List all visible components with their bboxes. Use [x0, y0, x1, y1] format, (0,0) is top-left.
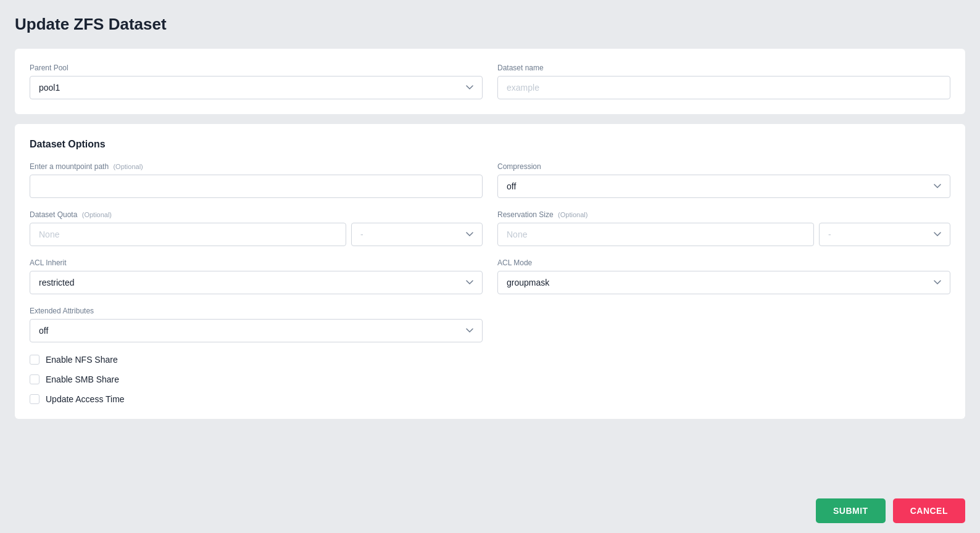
acl-mode-label: ACL Mode: [497, 258, 950, 267]
dataset-name-label: Dataset name: [497, 64, 950, 72]
parent-pool-group: Parent Pool pool1: [30, 64, 483, 99]
update-access-time-checkbox[interactable]: [30, 394, 39, 404]
extended-attributes-group: Extended Attributes off on sa: [30, 307, 483, 342]
reservation-size-input[interactable]: [497, 223, 814, 246]
dataset-name-group: Dataset name: [497, 64, 950, 99]
footer: SUBMIT CANCEL: [0, 489, 980, 533]
submit-button[interactable]: SUBMIT: [816, 498, 886, 523]
acl-inherit-label: ACL Inherit: [30, 258, 483, 267]
top-card: Parent Pool pool1 Dataset name: [15, 49, 965, 114]
compression-label: Compression: [497, 162, 950, 171]
compression-group: Compression off lz4 gzip zle lzjb: [497, 162, 950, 198]
compression-select[interactable]: off lz4 gzip zle lzjb: [497, 175, 950, 198]
update-access-time-group: Update Access Time: [30, 394, 950, 404]
reservation-size-group: Reservation Size (Optional) -: [497, 210, 950, 246]
acl-inherit-group: ACL Inherit restricted passthrough disca…: [30, 258, 483, 294]
enable-nfs-checkbox[interactable]: [30, 355, 39, 365]
acl-mode-group: ACL Mode groupmask passthrough restricte…: [497, 258, 950, 294]
mountpoint-group: Enter a mountpoint path (Optional) /pool…: [30, 162, 483, 198]
dataset-name-input[interactable]: [497, 76, 950, 99]
parent-pool-label: Parent Pool: [30, 64, 483, 72]
dataset-quota-group: Dataset Quota (Optional) -: [30, 210, 483, 246]
enable-nfs-label: Enable NFS Share: [46, 355, 118, 365]
enable-smb-label: Enable SMB Share: [46, 374, 119, 384]
acl-mode-select[interactable]: groupmask passthrough restricted: [497, 271, 950, 294]
dataset-quota-unit-select[interactable]: -: [351, 223, 483, 246]
dataset-options-title: Dataset Options: [30, 139, 950, 150]
reservation-size-unit-select[interactable]: -: [819, 223, 950, 246]
dataset-quota-input[interactable]: [30, 223, 346, 246]
update-access-time-label: Update Access Time: [46, 394, 125, 404]
page-title: Update ZFS Dataset: [15, 15, 965, 34]
parent-pool-select[interactable]: pool1: [30, 76, 483, 99]
reservation-size-label: Reservation Size (Optional): [497, 210, 950, 219]
acl-inherit-select[interactable]: restricted passthrough discard noallow: [30, 271, 483, 294]
checkboxes-section: Enable NFS Share Enable SMB Share Update…: [30, 355, 950, 404]
cancel-button[interactable]: CANCEL: [893, 498, 965, 523]
row-acl: ACL Inherit restricted passthrough disca…: [30, 258, 950, 294]
dataset-quota-label: Dataset Quota (Optional): [30, 210, 483, 219]
row-extended-attributes: Extended Attributes off on sa: [30, 307, 950, 342]
enable-nfs-group: Enable NFS Share: [30, 355, 950, 365]
row-quota-reservation: Dataset Quota (Optional) - Reservation S…: [30, 210, 950, 246]
enable-smb-group: Enable SMB Share: [30, 374, 950, 384]
mountpoint-input[interactable]: /pool1/example: [30, 175, 483, 198]
row-mountpoint-compression: Enter a mountpoint path (Optional) /pool…: [30, 162, 950, 198]
dataset-options-card: Dataset Options Enter a mountpoint path …: [15, 124, 965, 419]
extended-attributes-label: Extended Attributes: [30, 307, 483, 315]
extended-attributes-select[interactable]: off on sa: [30, 319, 483, 342]
enable-smb-checkbox[interactable]: [30, 374, 39, 384]
mountpoint-label: Enter a mountpoint path (Optional): [30, 162, 483, 171]
